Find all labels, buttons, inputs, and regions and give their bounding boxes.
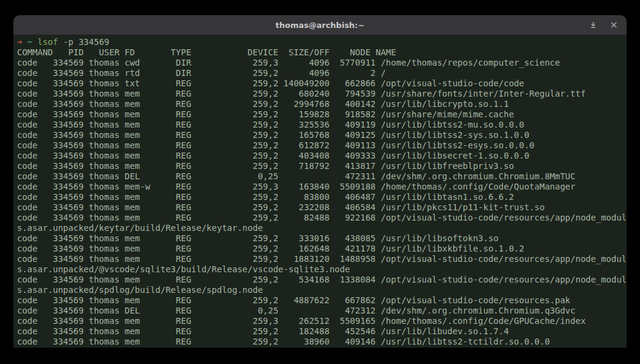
terminal-content[interactable]: ➜ ~ lsof -p 334569 COMMAND PID USER FD T… xyxy=(13,35,627,347)
terminal-line: code 334569 thomas mem REG 259,2 38960 4… xyxy=(17,337,627,347)
close-button[interactable]: × xyxy=(608,19,619,30)
prompt-separator xyxy=(22,37,27,47)
window-controls: × xyxy=(588,15,619,35)
terminal-line: code 334569 thomas mem-w REG 259,3 16384… xyxy=(17,182,627,192)
download-icon xyxy=(589,21,597,29)
terminal-line: code 334569 thomas mem REG 259,2 534168 … xyxy=(17,275,627,285)
terminal-window: thomas@archbish:~ × ➜ ~ lsof -p 334569 C… xyxy=(13,15,627,348)
terminal-line: code 334569 thomas txt REG 259,2 1400492… xyxy=(17,78,627,89)
terminal-line: code 334569 thomas mem REG 259,2 325536 … xyxy=(17,120,627,130)
terminal-line: code 334569 thomas mem REG 259,2 1883120… xyxy=(17,254,627,264)
terminal-line: s.asar.unpacked/spdlog/build/Release/spd… xyxy=(17,285,627,295)
terminal-line: code 334569 thomas mem REG 259,2 182488 … xyxy=(17,326,627,337)
window-title: thomas@archbish:~ xyxy=(275,21,364,30)
terminal-line: code 334569 thomas mem REG 259,2 83800 4… xyxy=(17,192,627,202)
prompt-separator xyxy=(32,37,37,47)
terminal-line: code 334569 thomas mem REG 259,2 165768 … xyxy=(17,130,627,140)
terminal-line: code 334569 thomas DEL REG 0,25 472311 /… xyxy=(17,171,627,182)
titlebar[interactable]: thomas@archbish:~ × xyxy=(13,15,627,35)
terminal-line: code 334569 thomas mem REG 259,2 4887622… xyxy=(17,295,627,306)
prompt-args: -p 334569 xyxy=(63,37,109,47)
terminal-line: code 334569 thomas DEL REG 0,25 472312 /… xyxy=(17,306,627,316)
lsof-header-row: COMMAND PID USER FD TYPE DEVICE SIZE/OFF… xyxy=(17,47,627,58)
terminal-line: code 334569 thomas mem REG 259,2 612872 … xyxy=(17,140,627,151)
terminal-line: code 334569 thomas mem REG 259,2 680240 … xyxy=(17,89,627,99)
terminal-line: code 334569 thomas mem REG 259,2 162648 … xyxy=(17,244,627,254)
prompt-command: lsof xyxy=(38,37,58,47)
terminal-line: code 334569 thomas mem REG 259,2 403408 … xyxy=(17,151,627,161)
terminal-line: code 334569 thomas mem REG 259,2 82488 9… xyxy=(17,213,627,223)
terminal-line: code 334569 thomas mem REG 259,2 333016 … xyxy=(17,233,627,244)
terminal-line: code 334569 thomas cwd DIR 259,3 4096 57… xyxy=(17,58,627,68)
terminal-line: code 334569 thomas mem REG 259,3 262512 … xyxy=(17,316,627,326)
terminal-line: s.asar.unpacked/@vscode/sqlite3/build/Re… xyxy=(17,264,627,275)
terminal-line: s.asar.unpacked/keytar/build/Release/key… xyxy=(17,223,627,233)
prompt-line: ➜ ~ lsof -p 334569 xyxy=(17,37,627,47)
lsof-output: code 334569 thomas cwd DIR 259,3 4096 57… xyxy=(17,58,627,347)
close-icon: × xyxy=(610,20,618,30)
terminal-line: code 334569 thomas mem REG 259,2 159828 … xyxy=(17,109,627,120)
prompt-separator xyxy=(58,37,63,47)
terminal-line: code 334569 thomas mem REG 259,2 718792 … xyxy=(17,161,627,171)
terminal-line: code 334569 thomas rtd DIR 259,2 4096 2 … xyxy=(17,68,627,78)
terminal-line: code 334569 thomas mem REG 259,2 2994768… xyxy=(17,99,627,109)
terminal-line: code 334569 thomas mem REG 259,2 232208 … xyxy=(17,202,627,213)
download-button[interactable] xyxy=(588,19,599,30)
